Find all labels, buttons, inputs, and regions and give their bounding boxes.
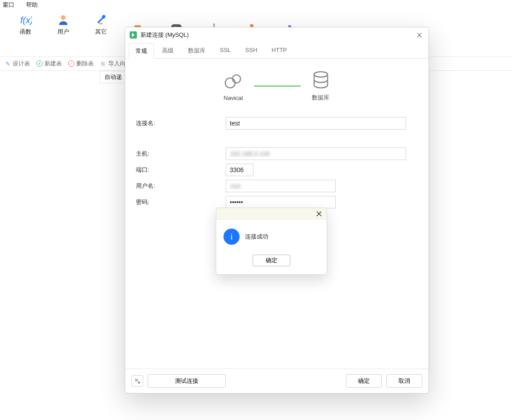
connection-form: 连接名: 主机: 端口: 用户名: 密码: — [136, 117, 418, 220]
user-label: 用户名: — [136, 182, 226, 190]
connection-diagram: Navicat 数据库 — [136, 70, 418, 102]
main-menu: 窗口 帮助 — [0, 0, 512, 11]
menu-help[interactable]: 帮助 — [26, 1, 38, 9]
dialog-tabs: 常规 高级 数据库 SSL SSH HTTP — [125, 43, 429, 59]
navicat-label: Navicat — [223, 95, 243, 101]
message-close-button[interactable] — [315, 210, 323, 218]
dialog-footer: 测试连接 确定 取消 — [125, 368, 429, 393]
port-label: 端口: — [136, 166, 226, 174]
toolbar-label: 函数 — [20, 28, 31, 36]
host-input[interactable] — [226, 147, 406, 160]
info-icon: i — [223, 229, 240, 245]
delete-table-action[interactable]: − 删除表 — [68, 60, 94, 68]
connection-line — [254, 86, 301, 87]
fx-icon: f(x) — [19, 13, 32, 26]
database-block: 数据库 — [311, 70, 330, 102]
tab-general[interactable]: 常规 — [129, 43, 154, 59]
tab-ssh[interactable]: SSH — [239, 43, 264, 59]
password-input[interactable] — [226, 196, 336, 208]
test-connection-button[interactable]: 测试连接 — [148, 374, 226, 388]
close-icon — [316, 211, 322, 216]
conn-name-input[interactable] — [226, 117, 406, 130]
host-label: 主机: — [136, 150, 226, 158]
import-action[interactable]: ⎘ 导入向 — [100, 60, 126, 68]
database-label: 数据库 — [312, 94, 329, 102]
close-icon — [417, 33, 422, 38]
new-table-action[interactable]: + 新建表 — [36, 60, 62, 68]
toolbar-functions[interactable]: f(x) 函数 — [15, 13, 36, 36]
plus-circle-icon: + — [36, 61, 43, 67]
svg-point-19 — [225, 78, 235, 88]
dialog-close-button[interactable] — [414, 30, 424, 40]
svg-point-21 — [314, 72, 328, 77]
import-icon: ⎘ — [100, 61, 106, 67]
user-icon — [57, 13, 70, 26]
message-ok-button[interactable]: 确定 — [253, 255, 290, 266]
svg-text:f(x): f(x) — [20, 15, 32, 25]
message-text: 连接成功 — [245, 233, 268, 241]
new-connection-dialog: 新建连接 (MySQL) 常规 高级 数据库 SSL SSH HTTP Navi… — [125, 27, 429, 394]
ok-button[interactable]: 确定 — [346, 374, 382, 388]
tab-ssl[interactable]: SSL — [214, 43, 237, 59]
toolbar-other[interactable]: 其它 — [91, 13, 111, 36]
pencil-icon: ✎ — [4, 61, 11, 67]
dialog-title: 新建连接 (MySQL) — [140, 31, 189, 39]
dialog-body: Navicat 数据库 连接名: 主机: 端口: — [125, 59, 429, 368]
conn-name-label: 连接名: — [136, 119, 226, 127]
minus-circle-icon: − — [68, 61, 74, 67]
menu-window[interactable]: 窗口 — [3, 1, 14, 9]
toolbar-users[interactable]: 用户 — [53, 13, 74, 36]
pwd-label: 密码: — [136, 198, 226, 206]
design-table-action[interactable]: ✎ 设计表 — [4, 60, 30, 68]
tab-http[interactable]: HTTP — [265, 43, 293, 59]
expand-icon — [134, 378, 140, 384]
navicat-block: Navicat — [223, 71, 243, 101]
svg-rect-2 — [99, 23, 103, 25]
toolbar-label: 用户 — [57, 28, 69, 36]
dialog-titlebar: 新建连接 (MySQL) — [125, 27, 429, 43]
port-input[interactable] — [226, 164, 254, 176]
user-input[interactable] — [226, 180, 336, 192]
database-icon — [311, 70, 330, 89]
svg-point-11 — [213, 24, 215, 26]
message-header — [216, 208, 327, 220]
svg-point-1 — [61, 15, 66, 20]
cancel-button[interactable]: 取消 — [386, 374, 422, 388]
tab-advanced[interactable]: 高级 — [156, 43, 180, 59]
success-message-box: i 连接成功 确定 — [216, 208, 327, 275]
wrench-icon — [95, 13, 107, 26]
auto-increment-header[interactable]: 自动递 — [100, 71, 127, 83]
toolbar-label: 其它 — [95, 28, 107, 36]
expand-button[interactable] — [131, 375, 143, 387]
app-icon — [130, 31, 137, 39]
navicat-icon — [224, 71, 243, 90]
tab-database[interactable]: 数据库 — [182, 43, 212, 59]
